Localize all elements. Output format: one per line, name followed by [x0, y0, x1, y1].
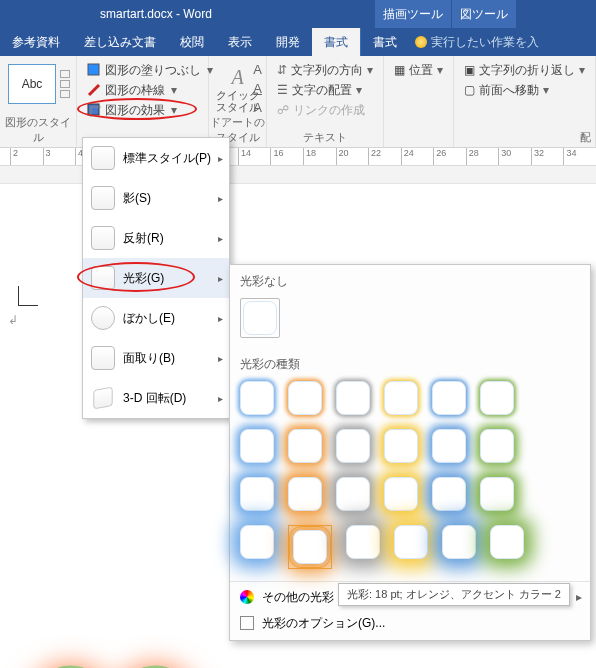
- text-outline-icon[interactable]: A: [253, 81, 262, 96]
- menu-soft-edges[interactable]: ぼかし(E) ▸: [83, 298, 229, 338]
- lightbulb-icon: [415, 36, 427, 48]
- tab-review[interactable]: 校閲: [168, 28, 216, 56]
- title-bar: smartart.docx - Word 描画ツール 図ツール: [0, 0, 596, 28]
- glow-options[interactable]: 光彩のオプション(G)...: [230, 610, 590, 636]
- shape-fill-outline-effects: 図形の塗りつぶし▾ 図形の枠線▾ 図形の効果▾: [77, 56, 209, 147]
- glow-swatch-r1-c6[interactable]: [480, 381, 514, 415]
- glow-swatch-r4-c2[interactable]: [293, 530, 327, 564]
- picture-tools-tab[interactable]: 図ツール: [451, 0, 516, 28]
- menu-reflection[interactable]: 反射(R) ▸: [83, 218, 229, 258]
- glow-swatch-r3-c3[interactable]: [336, 477, 370, 511]
- effects-icon: [87, 103, 101, 117]
- glow-swatch-r2-c6[interactable]: [480, 429, 514, 463]
- glow-swatch-r2-c3[interactable]: [336, 429, 370, 463]
- menu-shadow[interactable]: 影(S) ▸: [83, 178, 229, 218]
- paragraph-mark-icon: ↲: [8, 313, 18, 327]
- softedge-swatch-icon: [91, 306, 115, 330]
- fill-icon: [87, 63, 101, 77]
- glow-variations-header: 光彩の種類: [230, 348, 590, 377]
- shape-outline-button[interactable]: 図形の枠線▾: [83, 80, 202, 100]
- position-label: 位置: [409, 62, 433, 79]
- tab-format-picture[interactable]: 書式: [360, 28, 409, 56]
- outline-icon: [87, 83, 101, 97]
- menu-bevel[interactable]: 面取り(B) ▸: [83, 338, 229, 378]
- menu-glow[interactable]: 光彩(G) ▸: [83, 258, 229, 298]
- glow-swatch-r2-c2[interactable]: [288, 429, 322, 463]
- tell-me-search[interactable]: 実行したい作業を入: [409, 28, 545, 56]
- glow-swatch-r4-c4[interactable]: [394, 525, 428, 559]
- glow-tooltip: 光彩: 18 pt; オレンジ、アクセント カラー 2: [338, 583, 570, 606]
- text-effects-icon[interactable]: A: [253, 100, 262, 115]
- gallery-up-icon[interactable]: [60, 70, 70, 78]
- glow-swatch-r4-c5[interactable]: [442, 525, 476, 559]
- glow-gallery: 光彩なし 光彩の種類 その他の光彩 ▸ 光彩のオプション(G)... 光彩: 1…: [229, 264, 591, 641]
- tab-view[interactable]: 表示: [216, 28, 264, 56]
- glow-swatch-r1-c2[interactable]: [288, 381, 322, 415]
- tab-format-drawing[interactable]: 書式: [312, 28, 360, 56]
- gallery-down-icon[interactable]: [60, 80, 70, 88]
- glow-swatch-r3-c2[interactable]: [288, 477, 322, 511]
- ruler-tick: 34: [563, 148, 576, 165]
- gallery-more-icon[interactable]: [60, 90, 70, 98]
- glow-swatch-r4-c1[interactable]: [240, 525, 274, 559]
- glow-swatch-r3-c6[interactable]: [480, 477, 514, 511]
- ruler-tick: 28: [466, 148, 479, 165]
- glow-swatch-r4-c3[interactable]: [346, 525, 380, 559]
- menu-3d-rotation[interactable]: 3-D 回転(D) ▸: [83, 378, 229, 418]
- position-button[interactable]: ▦位置▾: [390, 60, 447, 80]
- group-label-text: テキスト: [267, 130, 383, 145]
- more-glow-colors-label: その他の光彩: [262, 589, 334, 606]
- shadow-swatch-icon: [91, 186, 115, 210]
- menu-reflection-label: 反射(R): [123, 230, 164, 247]
- chevron-right-icon: ▸: [218, 193, 223, 204]
- heart-shape-with-glow[interactable]: [8, 651, 218, 668]
- wordart-styles-group: A クイック スタイル A A A ドアートのスタイル: [209, 56, 267, 147]
- tab-references[interactable]: 参考資料: [0, 28, 72, 56]
- chevron-right-icon: ▸: [218, 273, 223, 284]
- glow-swatch-r1-c5[interactable]: [432, 381, 466, 415]
- ruler-tick: 32: [531, 148, 544, 165]
- shape-style-preview[interactable]: Abc: [8, 64, 56, 104]
- glow-swatch-r3-c5[interactable]: [432, 477, 466, 511]
- wrap-text-button[interactable]: ▣文字列の折り返し▾: [460, 60, 589, 80]
- shape-styles-gallery: Abc 図形のスタイル: [0, 56, 77, 147]
- reflection-swatch-icon: [91, 226, 115, 250]
- glow-options-label: 光彩のオプション(G)...: [262, 615, 385, 632]
- create-link-label: リンクの作成: [293, 102, 365, 119]
- text-direction-button[interactable]: ⇵文字列の方向▾: [273, 60, 377, 80]
- chevron-right-icon: ▸: [218, 153, 223, 164]
- glow-swatch-r2-c1[interactable]: [240, 429, 274, 463]
- glow-swatch-r3-c4[interactable]: [384, 477, 418, 511]
- ruler-tick: 14: [238, 148, 251, 165]
- menu-preset[interactable]: 標準スタイル(P) ▸: [83, 138, 229, 178]
- text-fill-icon[interactable]: A: [253, 62, 262, 77]
- tab-developer[interactable]: 開発: [264, 28, 312, 56]
- text-align-button[interactable]: ☰文字の配置▾: [273, 80, 377, 100]
- chevron-right-icon: ▸: [218, 353, 223, 364]
- ruler-tick: 26: [433, 148, 446, 165]
- bring-forward-button[interactable]: ▢前面へ移動▾: [460, 80, 589, 100]
- rotation-swatch-icon: [93, 387, 112, 410]
- glow-swatch-r4-c6[interactable]: [490, 525, 524, 559]
- color-wheel-icon: [240, 590, 254, 604]
- shape-effects-button[interactable]: 図形の効果▾: [83, 100, 202, 120]
- menu-bevel-label: 面取り(B): [123, 350, 175, 367]
- glow-swatch-r1-c1[interactable]: [240, 381, 274, 415]
- glow-none-swatch[interactable]: [243, 301, 277, 335]
- glow-swatch-r2-c4[interactable]: [384, 429, 418, 463]
- glow-swatch-r1-c3[interactable]: [336, 381, 370, 415]
- chevron-right-icon: ▸: [218, 233, 223, 244]
- drawing-tools-tab[interactable]: 描画ツール: [374, 0, 451, 28]
- shape-fill-button[interactable]: 図形の塗りつぶし▾: [83, 60, 202, 80]
- ruler-tick: 3: [43, 148, 51, 165]
- tab-mailings[interactable]: 差し込み文書: [72, 28, 168, 56]
- text-group: ⇵文字列の方向▾ ☰文字の配置▾ ☍リンクの作成 テキスト: [267, 56, 384, 147]
- glow-swatch-r1-c4[interactable]: [384, 381, 418, 415]
- glow-swatch-r2-c5[interactable]: [432, 429, 466, 463]
- glow-swatch-r3-c1[interactable]: [240, 477, 274, 511]
- menu-soft-label: ぼかし(E): [123, 310, 175, 327]
- ruler-tick: 2: [10, 148, 18, 165]
- ribbon: Abc 図形のスタイル 図形の塗りつぶし▾ 図形の枠線▾ 図形の効果▾ A クイ…: [0, 56, 596, 148]
- position-group: ▦位置▾: [384, 56, 454, 147]
- text-direction-label: 文字列の方向: [291, 62, 363, 79]
